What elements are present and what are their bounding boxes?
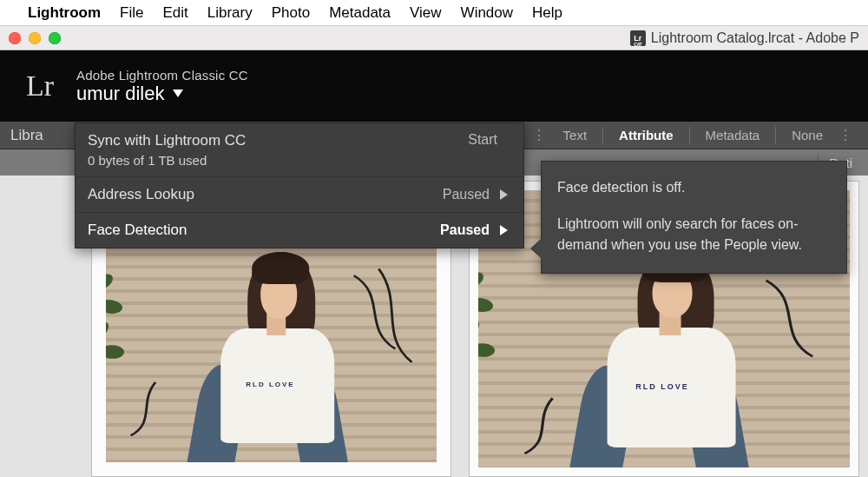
filter-tab-text[interactable]: Text bbox=[558, 128, 593, 142]
menu-edit[interactable]: Edit bbox=[162, 4, 187, 22]
catalog-file-icon: Lr CAT bbox=[630, 30, 646, 46]
menu-help[interactable]: Help bbox=[532, 4, 562, 22]
chevron-down-icon bbox=[173, 89, 183, 97]
sync-row-address-lookup[interactable]: Address Lookup Paused bbox=[76, 177, 523, 213]
mac-menu-bar: Lightroom File Edit Library Photo Metada… bbox=[0, 0, 868, 26]
filter-tab-attribute[interactable]: Attribute bbox=[614, 128, 679, 142]
traffic-lights bbox=[9, 32, 61, 44]
lightroom-logo-icon: Lr bbox=[19, 65, 61, 107]
menu-photo[interactable]: Photo bbox=[272, 4, 310, 22]
shirt-print: RLD LOVE bbox=[246, 381, 294, 388]
app-window: Lr CAT Lightroom Catalog.lrcat - Adobe P… bbox=[0, 26, 868, 477]
menu-view[interactable]: View bbox=[410, 4, 442, 22]
tooltip-title: Face detection is off. bbox=[557, 177, 831, 198]
person-figure: RLD LOVE bbox=[161, 236, 373, 462]
menu-library[interactable]: Library bbox=[207, 4, 253, 22]
filter-tab-none[interactable]: None bbox=[786, 128, 828, 142]
sync-row-sync[interactable]: Sync with Lightroom CC 0 bytes of 1 TB u… bbox=[76, 123, 523, 177]
sync-row-subtitle: 0 bytes of 1 TB used bbox=[88, 153, 468, 168]
module-label-library[interactable]: Libra bbox=[0, 127, 54, 144]
sync-row-face-detection[interactable]: Face Detection Paused bbox=[76, 213, 523, 248]
foliage-icon bbox=[106, 275, 155, 409]
shirt-print: RLD LOVE bbox=[635, 382, 689, 391]
sync-row-title: Sync with Lightroom CC bbox=[88, 132, 468, 149]
status-label: Paused bbox=[443, 187, 490, 202]
sync-row-title: Address Lookup bbox=[88, 186, 443, 203]
grip-dots-icon: ⋮ bbox=[838, 127, 854, 143]
zoom-window-button[interactable] bbox=[49, 32, 61, 44]
menu-app[interactable]: Lightroom bbox=[28, 4, 101, 22]
filter-tab-metadata[interactable]: Metadata bbox=[700, 128, 766, 142]
minimize-window-button[interactable] bbox=[29, 32, 41, 44]
sync-start-button[interactable]: Start bbox=[468, 132, 497, 148]
status-label: Paused bbox=[440, 222, 490, 238]
app-identity-bar: Lr Adobe Lightroom Classic CC umur dilek bbox=[0, 50, 868, 122]
face-detection-tooltip: Face detection is off. Lightroom will on… bbox=[541, 161, 847, 274]
play-icon[interactable] bbox=[500, 225, 508, 235]
tooltip-body: Lightroom will only search for faces on-… bbox=[557, 214, 831, 255]
grip-dots-icon: ⋮ bbox=[532, 127, 548, 143]
user-name: umur dilek bbox=[76, 83, 164, 105]
sync-row-title: Face Detection bbox=[88, 222, 440, 239]
window-title: Lightroom Catalog.lrcat - Adobe P bbox=[651, 30, 859, 46]
menu-metadata[interactable]: Metadata bbox=[329, 4, 391, 22]
close-window-button[interactable] bbox=[9, 32, 21, 44]
identity-dropdown[interactable]: umur dilek bbox=[76, 83, 248, 105]
menu-file[interactable]: File bbox=[120, 4, 143, 22]
product-name: Adobe Lightroom Classic CC bbox=[76, 68, 248, 83]
foliage-icon bbox=[478, 274, 534, 413]
window-titlebar: Lr CAT Lightroom Catalog.lrcat - Adobe P bbox=[0, 26, 868, 50]
sync-activity-panel: Sync with Lightroom CC 0 bytes of 1 TB u… bbox=[75, 123, 524, 248]
play-icon[interactable] bbox=[500, 189, 508, 200]
menu-window[interactable]: Window bbox=[461, 4, 513, 22]
filter-tab-group: ⋮ Text Attribute Metadata None ⋮ bbox=[532, 127, 854, 144]
